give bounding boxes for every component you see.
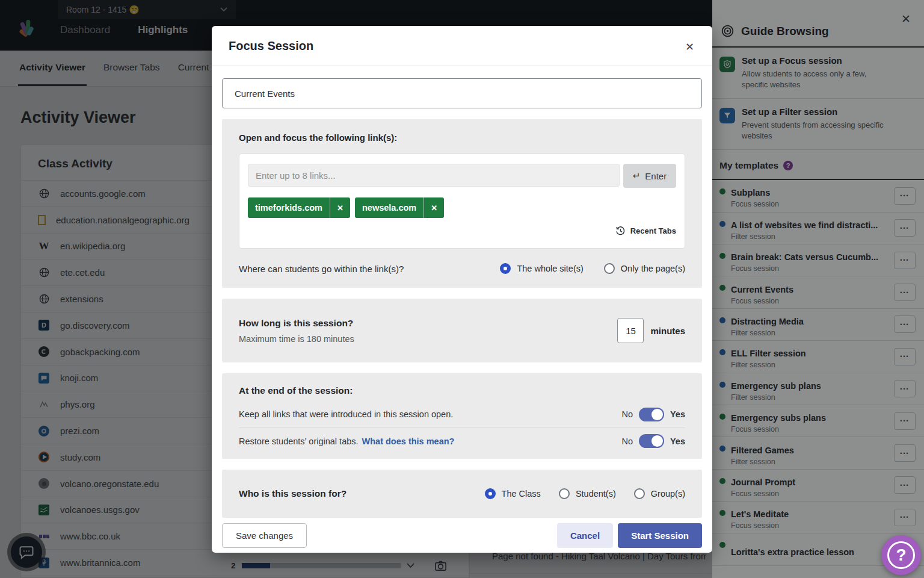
enter-button[interactable]: ↵ Enter	[623, 164, 676, 188]
restore-tabs-label: Restore students’ original tabs.	[239, 437, 359, 446]
radio-groups[interactable]: Group(s)	[634, 488, 685, 499]
start-session-button[interactable]: Start Session	[618, 523, 702, 548]
radio-unselected-icon	[559, 488, 570, 499]
scope-question: Where can students go within the link(s)…	[239, 264, 404, 274]
remove-link-icon[interactable]: ✕	[330, 197, 350, 218]
radio-selected-icon	[485, 488, 496, 499]
keep-links-row: Keep all links that were introduced in t…	[239, 401, 685, 427]
radio-label: The whole site(s)	[517, 264, 583, 273]
modal-title: Focus Session	[229, 39, 313, 53]
link-chip: newsela.com ✕	[355, 197, 444, 218]
radio-unselected-icon	[634, 488, 645, 499]
links-label: Open and focus the following link(s):	[239, 132, 685, 143]
radio-students[interactable]: Student(s)	[559, 488, 616, 499]
duration-hint: Maximum time is 180 minutes	[239, 334, 354, 344]
link-chips: timeforkids.com ✕ newsela.com ✕	[248, 197, 676, 218]
session-name-input[interactable]	[222, 78, 702, 108]
enter-button-label: Enter	[645, 171, 667, 181]
session-end-heading: At the end of the session:	[239, 385, 685, 396]
modal-header: Focus Session ✕	[212, 26, 712, 66]
audience-section: Who is this session for? The Class Stude…	[222, 470, 702, 518]
radio-label: The Class	[502, 489, 541, 499]
keep-links-label: Keep all links that were introduced in t…	[239, 409, 453, 419]
modal-footer: Save changes Cancel Start Session	[212, 518, 712, 553]
what-does-this-mean-link[interactable]: What does this mean?	[362, 437, 455, 446]
link-chip-label: newsela.com	[355, 203, 424, 213]
toggle-yes-label: Yes	[670, 409, 685, 419]
radio-unselected-icon	[604, 263, 615, 274]
links-card: ↵ Enter timeforkids.com ✕ newsela.com ✕	[239, 154, 685, 249]
return-key-icon: ↵	[633, 170, 641, 181]
keep-links-toggle[interactable]	[639, 408, 664, 421]
modal-body: Open and focus the following link(s): ↵ …	[212, 66, 712, 518]
toggle-no-label: No	[621, 437, 633, 446]
audience-question: Who is this session for?	[239, 488, 346, 499]
recent-tabs-button[interactable]: Recent Tabs	[248, 226, 676, 236]
cancel-button[interactable]: Cancel	[557, 523, 613, 548]
restore-tabs-row: Restore students’ original tabs. What do…	[239, 427, 685, 454]
close-icon[interactable]: ✕	[685, 40, 694, 54]
toggle-yes-label: Yes	[670, 437, 685, 446]
recent-tabs-label: Recent Tabs	[630, 226, 676, 235]
scope-row: Where can students go within the link(s)…	[239, 263, 685, 274]
restore-tabs-toggle[interactable]	[639, 434, 664, 448]
radio-selected-icon	[500, 263, 511, 274]
link-entry-input[interactable]	[248, 164, 620, 187]
question-mark-icon: ?	[887, 541, 915, 569]
radio-only-pages[interactable]: Only the page(s)	[604, 263, 685, 274]
links-section: Open and focus the following link(s): ↵ …	[222, 119, 702, 288]
radio-the-class[interactable]: The Class	[485, 488, 541, 499]
remove-link-icon[interactable]: ✕	[424, 197, 444, 218]
help-button[interactable]: ?	[881, 535, 921, 575]
duration-section: How long is this session? Maximum time i…	[222, 299, 702, 362]
history-icon	[615, 226, 626, 236]
link-chip-label: timeforkids.com	[248, 203, 330, 213]
app-root: Room 12 - 1415 😁 Dashboard Highlights Wo…	[0, 0, 924, 578]
radio-label: Group(s)	[651, 489, 685, 499]
radio-whole-sites[interactable]: The whole site(s)	[500, 263, 583, 274]
toggle-no-label: No	[621, 409, 633, 419]
duration-unit: minutes	[650, 326, 685, 336]
duration-input[interactable]	[617, 318, 644, 343]
radio-label: Student(s)	[576, 489, 616, 499]
radio-label: Only the page(s)	[621, 264, 685, 273]
session-end-section: At the end of the session: Keep all link…	[222, 373, 702, 459]
focus-session-modal: Focus Session ✕ Open and focus the follo…	[212, 26, 712, 553]
link-chip: timeforkids.com ✕	[248, 197, 350, 218]
save-changes-button[interactable]: Save changes	[222, 523, 307, 548]
duration-question: How long is this session?	[239, 318, 354, 329]
